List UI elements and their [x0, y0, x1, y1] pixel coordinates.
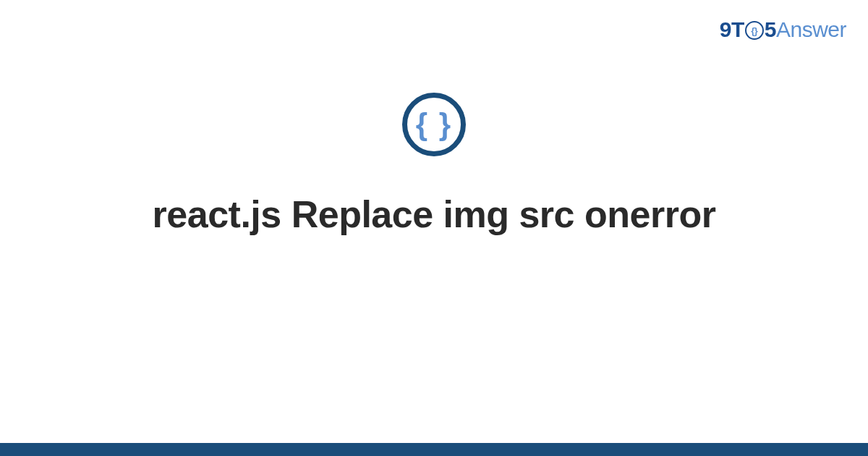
logo-circle-icon: {}	[745, 21, 764, 40]
page-title: react.js Replace img src onerror	[153, 193, 716, 236]
bottom-accent-bar	[0, 443, 868, 456]
site-logo: 9T {} 5 Answer	[720, 17, 846, 42]
category-icon-circle: { }	[402, 93, 466, 156]
curly-braces-icon: { }	[416, 107, 452, 142]
logo-circle-glyph: {}	[751, 26, 757, 35]
logo-text-9t: 9T	[720, 17, 744, 42]
main-content: { } react.js Replace img src onerror	[0, 93, 868, 236]
logo-text-answer: Answer	[776, 17, 846, 42]
logo-text-5: 5	[765, 17, 776, 42]
